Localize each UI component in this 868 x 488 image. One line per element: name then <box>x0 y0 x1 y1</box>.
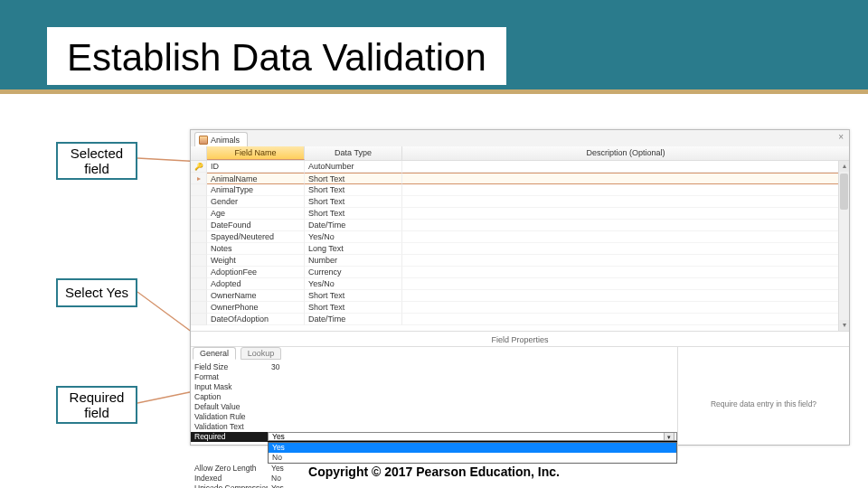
field-name-cell[interactable]: Weight <box>207 255 305 267</box>
table-row[interactable]: DateOfAdoptionDate/Time <box>191 314 849 325</box>
property-row[interactable]: Default Value <box>191 402 677 412</box>
table-row[interactable]: 🔑IDAutoNumber <box>191 161 849 173</box>
row-selector[interactable] <box>191 267 207 278</box>
property-row[interactable]: Validation Rule <box>191 412 677 422</box>
row-selector[interactable] <box>191 290 207 302</box>
scroll-down-icon[interactable]: ▾ <box>839 320 849 331</box>
description-cell[interactable] <box>402 290 849 302</box>
field-name-cell[interactable]: AnimalType <box>207 184 305 196</box>
description-cell[interactable] <box>402 314 849 325</box>
table-row[interactable]: Spayed/NeuteredYes/No <box>191 231 849 243</box>
row-selector[interactable] <box>191 220 207 231</box>
data-type-cell[interactable]: Date/Time <box>305 220 402 231</box>
description-cell[interactable] <box>402 208 849 220</box>
description-cell[interactable] <box>402 161 849 173</box>
description-cell[interactable] <box>402 267 849 278</box>
property-value[interactable]: Yes <box>268 483 677 488</box>
description-cell[interactable] <box>402 220 849 231</box>
scrollbar[interactable]: ▴ ▾ <box>838 161 849 331</box>
description-cell[interactable] <box>402 184 849 196</box>
field-name-cell[interactable]: ID <box>207 161 305 173</box>
row-selector[interactable] <box>191 231 207 243</box>
table-tab[interactable]: Animals <box>194 132 248 146</box>
field-name-cell[interactable]: Adopted <box>207 278 305 290</box>
data-type-cell[interactable]: Date/Time <box>305 314 402 325</box>
property-value[interactable]: 30 <box>268 362 677 372</box>
data-type-cell[interactable]: Yes/No <box>305 278 402 290</box>
table-row[interactable]: AdoptionFeeCurrency <box>191 267 849 278</box>
data-type-cell[interactable]: Yes/No <box>305 231 402 243</box>
field-name-cell[interactable]: DateFound <box>207 220 305 231</box>
property-row[interactable]: Field Size30 <box>191 362 677 372</box>
close-icon[interactable]: × <box>838 132 844 142</box>
table-row[interactable]: OwnerPhoneShort Text <box>191 302 849 314</box>
table-row[interactable]: AdoptedYes/No <box>191 278 849 290</box>
description-cell[interactable] <box>402 278 849 290</box>
row-selector[interactable] <box>191 314 207 325</box>
row-selector[interactable] <box>191 278 207 290</box>
row-selector[interactable] <box>191 255 207 267</box>
description-cell[interactable] <box>402 243 849 255</box>
dropdown-list[interactable]: YesNo <box>268 442 677 464</box>
field-name-cell[interactable]: Gender <box>207 196 305 208</box>
row-selector[interactable]: ▸ <box>191 173 207 184</box>
row-selector[interactable] <box>191 184 207 196</box>
tab-lookup[interactable]: Lookup <box>241 347 282 360</box>
field-name-cell[interactable]: AnimalName <box>207 173 305 184</box>
property-row[interactable]: Caption <box>191 392 677 402</box>
data-type-cell[interactable]: AutoNumber <box>305 161 402 173</box>
property-row[interactable]: Validation Text <box>191 422 677 432</box>
description-cell[interactable] <box>402 255 849 267</box>
field-name-cell[interactable]: OwnerName <box>207 290 305 302</box>
dropdown-option[interactable]: Yes <box>269 443 676 453</box>
description-cell[interactable] <box>402 196 849 208</box>
row-selector[interactable] <box>191 196 207 208</box>
table-row[interactable]: DateFoundDate/Time <box>191 220 849 231</box>
data-type-cell[interactable]: Short Text <box>305 208 402 220</box>
property-row-required[interactable]: RequiredYes▾ <box>191 432 677 442</box>
field-name-cell[interactable]: Age <box>207 208 305 220</box>
description-cell[interactable] <box>402 231 849 243</box>
data-type-cell[interactable]: Short Text <box>305 290 402 302</box>
property-value[interactable] <box>268 392 677 402</box>
table-row[interactable]: ▸AnimalNameShort Text <box>191 173 849 184</box>
property-value[interactable] <box>268 422 677 432</box>
data-type-cell[interactable]: Short Text <box>305 302 402 314</box>
scroll-up-icon[interactable]: ▴ <box>839 161 849 172</box>
row-selector[interactable] <box>191 302 207 314</box>
scroll-thumb[interactable] <box>840 174 848 210</box>
dropdown-option[interactable]: No <box>269 453 676 463</box>
property-value-dropdown[interactable]: Yes▾ <box>268 432 677 441</box>
field-name-cell[interactable]: OwnerPhone <box>207 302 305 314</box>
description-cell[interactable] <box>402 173 849 184</box>
property-row[interactable]: Input Mask <box>191 382 677 392</box>
property-row[interactable]: Unicode CompressionYes <box>191 483 677 488</box>
table-row[interactable]: AnimalTypeShort Text <box>191 184 849 196</box>
field-name-cell[interactable]: Spayed/Neutered <box>207 231 305 243</box>
field-name-cell[interactable]: DateOfAdoption <box>207 314 305 325</box>
description-cell[interactable] <box>402 302 849 314</box>
field-name-cell[interactable]: AdoptionFee <box>207 267 305 278</box>
row-selector[interactable] <box>191 243 207 255</box>
data-type-cell[interactable]: Short Text <box>305 184 402 196</box>
table-row[interactable]: NotesLong Text <box>191 243 849 255</box>
property-value[interactable] <box>268 412 677 422</box>
table-row[interactable]: GenderShort Text <box>191 196 849 208</box>
col-data-type[interactable]: Data Type <box>305 146 402 160</box>
col-field-name[interactable]: Field Name <box>207 146 305 160</box>
row-selector[interactable] <box>191 208 207 220</box>
tab-general[interactable]: General <box>193 347 236 360</box>
property-value[interactable] <box>268 372 677 382</box>
table-row[interactable]: OwnerNameShort Text <box>191 290 849 302</box>
data-type-cell[interactable]: Number <box>305 255 402 267</box>
data-type-cell[interactable]: Short Text <box>305 196 402 208</box>
property-row[interactable]: Format <box>191 372 677 382</box>
table-row[interactable]: AgeShort Text <box>191 208 849 220</box>
data-type-cell[interactable]: Currency <box>305 267 402 278</box>
primary-key-icon[interactable]: 🔑 <box>191 161 207 173</box>
property-value[interactable] <box>268 402 677 412</box>
property-value[interactable] <box>268 382 677 392</box>
chevron-down-icon[interactable]: ▾ <box>664 432 675 441</box>
table-row[interactable]: WeightNumber <box>191 255 849 267</box>
data-type-cell[interactable]: Short Text <box>305 173 402 184</box>
